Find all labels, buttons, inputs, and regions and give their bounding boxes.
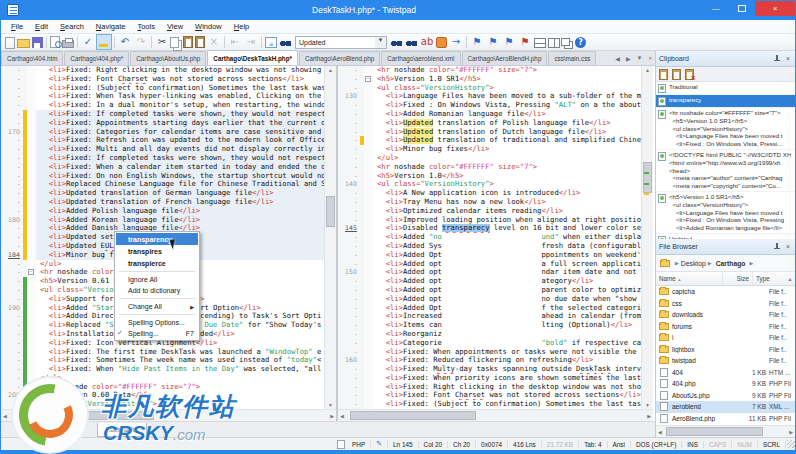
code-line-154[interactable]: - <li>Added Opt f the selected categorie… (338, 304, 641, 313)
scroll-thumb[interactable] (326, 196, 335, 227)
code-text[interactable]: <h5>Version 1.0 SR1</h5> (373, 75, 641, 84)
line-number[interactable]: - (338, 163, 360, 172)
code-line-164[interactable]: - <li>Fixed: Font Charset was not stored… (338, 391, 641, 400)
clipboard-item-4[interactable]: <!DOCTYPE html PUBLIC "-//W3C//DTD XH <h… (656, 150, 795, 192)
line-number[interactable]: 184 (1, 251, 23, 260)
line-number[interactable]: - (338, 339, 360, 348)
code-line-133[interactable]: - <li>Updated translation of Polish lang… (338, 119, 641, 128)
line-number[interactable]: - (338, 136, 360, 145)
code-line-141[interactable]: - <li>A New application icon is introduc… (338, 189, 641, 198)
line-number[interactable]: - (338, 295, 360, 304)
code-line-160[interactable]: 160 <li>Fixed: Reduced flickering on ref… (338, 356, 641, 365)
line-number[interactable]: - (338, 365, 360, 374)
code-line-136[interactable]: - <li>Minor bug fixes</li> (338, 145, 641, 154)
document-tab-6[interactable]: Carthago\aeroblend.xml (381, 51, 460, 65)
line-number[interactable]: - (338, 330, 360, 339)
context-menu-item-transpierce[interactable]: transpierce (116, 257, 198, 269)
pin-icon[interactable] (773, 55, 781, 63)
line-number[interactable]: - (338, 321, 360, 330)
document-tab-1[interactable]: Carthago\404.htm (1, 51, 63, 65)
code-line-149[interactable]: - <li>Added opt a full screen applicatio… (338, 260, 641, 269)
code-text[interactable]: <li>Fixed: Multi and all day events did … (36, 145, 324, 154)
code-line-153[interactable]: - <li>Added opt no due date when "show t… (338, 295, 641, 304)
code-line-159[interactable]: - <li>Fixed: When appointments or tasks … (338, 348, 641, 357)
document-tab-8[interactable]: css\main.css (548, 51, 596, 65)
clear-clipboard-icon[interactable] (685, 69, 694, 80)
code-text[interactable]: <li>Fixed: If completed tasks were shown… (36, 154, 324, 163)
highlight-toggle-icon[interactable] (97, 35, 111, 49)
code-text[interactable]: <li>Improved loading position when align… (373, 216, 641, 225)
code-line-169[interactable]: - <li>Fixed: Appointments starting days … (1, 119, 324, 128)
context-menu-item-add-to-dictionary[interactable]: Add to dictionary (116, 285, 198, 296)
help-icon[interactable]: ? (575, 37, 586, 48)
line-number[interactable]: 140 (338, 180, 360, 189)
line-number[interactable]: - (338, 383, 360, 392)
line-number[interactable]: - (1, 286, 23, 295)
line-number[interactable]: - (338, 348, 360, 357)
scroll-up-icon[interactable]: ▲ (642, 67, 653, 73)
maximize-button[interactable] (729, 1, 755, 16)
code-line-165[interactable]: - <li>Fixed: (Subject to confirmation) S… (338, 400, 641, 409)
split-vertical-icon[interactable] (548, 38, 560, 48)
new-file-icon[interactable] (5, 37, 15, 49)
clipboard-item-1[interactable]: Traditional (656, 82, 795, 95)
line-number[interactable]: - (1, 400, 23, 409)
line-number[interactable]: - (1, 277, 23, 286)
code-text[interactable]: <li>Fixed: (Subject to confirmation) Som… (373, 400, 641, 409)
scroll-left-icon[interactable]: ◀ (658, 429, 662, 435)
line-number[interactable]: - (338, 207, 360, 216)
code-text[interactable]: <li>Added Korean language file</li> (36, 216, 324, 225)
clipboard-item-3[interactable]: <hr noshade color="#FFFFFF" size="7"> <h… (656, 108, 795, 150)
line-number[interactable]: - (338, 277, 360, 286)
code-line-173[interactable]: - <li>Fixed: If completed tasks were sho… (1, 154, 324, 163)
paste-all-icon[interactable] (672, 69, 681, 80)
close-panel-icon[interactable]: × (784, 243, 792, 250)
line-number[interactable]: - (338, 400, 360, 409)
open-file-icon[interactable] (17, 39, 30, 48)
code-line-137[interactable]: -</ul> (338, 154, 641, 163)
code-text[interactable]: <li>Fixed: (Subject to confirmation) Som… (36, 84, 324, 93)
line-number[interactable]: - (338, 260, 360, 269)
line-number[interactable]: - (338, 128, 360, 137)
document-tab-4[interactable]: Carthago\DeskTaskH.php* (207, 50, 298, 65)
code-text[interactable]: <li>Fixed: Appointments starting days ea… (36, 119, 324, 128)
menu-view[interactable]: View (161, 22, 189, 31)
code-text[interactable]: </ul> (36, 374, 324, 383)
view-options-icon[interactable]: a (265, 37, 277, 48)
save-icon[interactable] (32, 37, 43, 48)
code-text[interactable]: <li>Updated translation of Dutch languag… (373, 128, 641, 137)
code-text[interactable]: <hr noshade color="#FFFFFF" size="7"> (373, 163, 641, 172)
code-line-198[interactable]: -</ul> (1, 374, 324, 383)
line-number[interactable]: - (338, 251, 360, 260)
menu-file[interactable]: File (5, 22, 29, 31)
line-number[interactable]: - (1, 321, 23, 330)
line-number[interactable]: - (1, 312, 23, 321)
code-text[interactable]: <li>Fixed: Right clicking in the desktop… (373, 383, 641, 392)
line-number[interactable]: - (1, 66, 23, 75)
line-number[interactable]: - (338, 172, 360, 181)
code-line-139[interactable]: -<h5>Version 1.0</h5> (338, 172, 641, 181)
code-line-130[interactable]: 130 <li>Language Files have been moved t… (338, 92, 641, 101)
code-text[interactable]: <h5>Version 1.0</h5> (373, 172, 641, 181)
editor-pane-right[interactable]: -<hr noshade color="#FFFFFF" size="7">-−… (338, 66, 653, 421)
clipboard-item-5[interactable]: <h5>Version 1.0 SR1</h5> <ul class="Vers… (656, 192, 795, 234)
code-text[interactable]: <li>Fixed: Font Charset was not stored a… (373, 391, 641, 400)
code-text[interactable]: <li>Tray Menu has now a new look</li> (373, 198, 641, 207)
document-tab-3[interactable]: Carthago\AboutUs.php (130, 51, 206, 65)
context-menu-item-spelling[interactable]: ✓Spelling...F7 (116, 328, 198, 339)
code-line-143[interactable]: - <li>Optimized calendar items reading</… (338, 207, 641, 216)
bookmarks-panel-tab[interactable]: Bookmarks (97, 423, 147, 437)
code-line-200[interactable]: 200<h5>Version 0.60 Beta</h5> (1, 391, 324, 400)
code-text[interactable]: <li>Fixed: Multy-day tasks spanning outs… (373, 365, 641, 374)
column-name[interactable]: Name ▲ (656, 272, 723, 285)
code-text[interactable]: <li>Optimized calendar items reading</li… (373, 207, 641, 216)
code-text[interactable]: <li>Language Files have been moved to a … (373, 92, 641, 101)
split-horizontal-icon[interactable] (534, 38, 546, 48)
clipboard-item-2[interactable]: transparecy (656, 95, 795, 108)
code-text[interactable]: <li>Fixed: Refresh icon was updated to t… (36, 136, 324, 145)
code-text[interactable]: <li>Fixed: Font Charset was not stored a… (36, 75, 324, 84)
code-line-157[interactable]: - <li>Reorganiz (338, 330, 641, 339)
file-browser-horizontal-scrollbar[interactable]: ◀ ▶ (656, 425, 795, 437)
line-number[interactable]: 200 (1, 391, 23, 400)
code-line-163[interactable]: - <li>Fixed: Right clicking in the deskt… (338, 383, 641, 392)
